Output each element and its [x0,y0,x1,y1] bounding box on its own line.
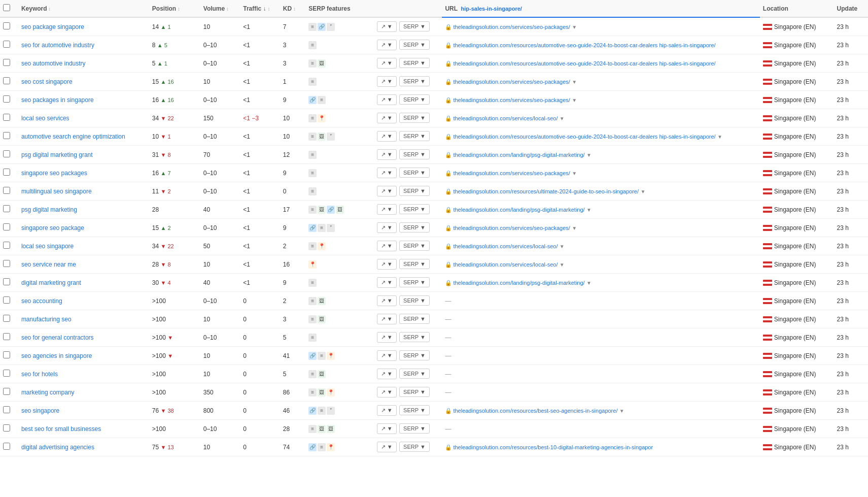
keyword-link[interactable]: seo singapore [21,407,59,414]
serp-button[interactable]: SERP ▼ [399,350,430,360]
keyword-column-header[interactable]: Keyword [18,0,149,17]
serp-button[interactable]: SERP ▼ [399,222,430,233]
url-link[interactable]: theleadingsolution.com/resources/automot… [453,42,715,48]
row-checkbox[interactable] [3,169,10,176]
url-dropdown-icon[interactable]: ▼ [640,189,645,194]
url-dropdown-icon[interactable]: ▼ [586,280,592,286]
chart-button[interactable]: ↗ ▼ [377,314,397,324]
row-checkbox[interactable] [3,370,10,377]
url-link[interactable]: theleadingsolution.com/services/seo-pack… [453,24,570,30]
serp-button[interactable]: SERP ▼ [399,204,430,214]
serp-button[interactable]: SERP ▼ [399,131,430,141]
serp-button[interactable]: SERP ▼ [399,314,430,324]
url-link[interactable]: theleadingsolution.com/services/seo-pack… [453,79,570,85]
url-link[interactable]: theleadingsolution.com/resources/best-se… [453,408,617,414]
keyword-link[interactable]: manufacturing seo [21,316,72,323]
chart-button[interactable]: ↗ ▼ [377,113,397,123]
chart-button[interactable]: ↗ ▼ [377,204,397,215]
kd-column-header[interactable]: KD [280,0,305,17]
url-dropdown-icon[interactable]: ▼ [560,262,565,268]
chart-button[interactable]: ↗ ▼ [377,332,397,343]
serp-button[interactable]: SERP ▼ [399,21,430,31]
keyword-link[interactable]: singapore seo packages [21,170,87,177]
chart-button[interactable]: ↗ ▼ [377,350,397,361]
chart-button[interactable]: ↗ ▼ [377,241,397,251]
keyword-link[interactable]: marketing company [21,389,75,396]
select-all-checkbox[interactable] [3,4,10,11]
chart-button[interactable]: ↗ ▼ [377,423,397,434]
chart-button[interactable]: ↗ ▼ [377,168,397,178]
row-checkbox[interactable] [3,278,10,285]
row-checkbox[interactable] [3,388,10,395]
url-link[interactable]: theleadingsolution.com/resources/automot… [453,60,715,67]
keyword-link[interactable]: best seo for small businesses [21,425,101,433]
url-link[interactable]: theleadingsolution.com/services/seo-pack… [453,170,570,176]
url-dropdown-icon[interactable]: ▼ [572,171,577,176]
url-link[interactable]: theleadingsolution.com/services/local-se… [453,261,558,268]
row-checkbox[interactable] [3,296,10,304]
serp-button[interactable]: SERP ▼ [399,387,430,397]
serp-button[interactable]: SERP ▼ [399,40,430,50]
row-checkbox[interactable] [3,41,10,48]
url-link[interactable]: theleadingsolution.com/resources/automot… [453,134,715,140]
url-dropdown-icon[interactable]: ▼ [560,244,565,249]
url-header-highlight[interactable]: hip-sales-in-singapore/ [461,6,522,12]
keyword-link[interactable]: digital advertising agencies [21,444,94,451]
keyword-link[interactable]: psg digital marketing grant [21,151,93,158]
serp-button[interactable]: SERP ▼ [399,259,430,269]
row-checkbox[interactable] [3,205,10,212]
url-link[interactable]: theleadingsolution.com/landing/psg-digit… [453,207,584,213]
url-link[interactable]: theleadingsolution.com/services/seo-pack… [453,97,570,103]
keyword-link[interactable]: local seo services [21,115,70,122]
keyword-link[interactable]: seo agencies in singapore [21,352,92,359]
serp-button[interactable]: SERP ▼ [399,149,430,159]
chart-button[interactable]: ↗ ▼ [377,21,397,32]
chart-button[interactable]: ↗ ▼ [377,369,397,379]
chart-button[interactable]: ↗ ▼ [377,186,397,196]
serp-button[interactable]: SERP ▼ [399,277,430,287]
keyword-link[interactable]: seo accounting [21,297,62,305]
chart-button[interactable]: ↗ ▼ [377,94,397,105]
url-dropdown-icon[interactable]: ▼ [586,152,592,158]
url-dropdown-icon[interactable]: ▼ [560,116,565,121]
row-checkbox[interactable] [3,443,10,450]
url-link[interactable]: theleadingsolution.com/landing/psg-digit… [453,152,584,158]
chart-button[interactable]: ↗ ▼ [377,277,397,288]
url-link[interactable]: theleadingsolution.com/services/local-se… [453,115,558,121]
url-dropdown-icon[interactable]: ▼ [717,134,722,140]
keyword-link[interactable]: automotive search engine optimization [21,133,125,140]
url-dropdown-icon[interactable]: ▼ [586,207,592,213]
keyword-link[interactable]: seo packages in singapore [21,96,94,104]
serp-button[interactable]: SERP ▼ [399,113,430,123]
keyword-link[interactable]: digital marketing grant [21,279,81,286]
chart-button[interactable]: ↗ ▼ [377,149,397,160]
serp-button[interactable]: SERP ▼ [399,94,430,105]
keyword-link[interactable]: seo service near me [21,261,76,268]
serp-button[interactable]: SERP ▼ [399,241,430,251]
url-link[interactable]: theleadingsolution.com/resources/best-10… [453,444,653,450]
serp-button[interactable]: SERP ▼ [399,295,430,306]
chart-button[interactable]: ↗ ▼ [377,405,397,416]
serp-button[interactable]: SERP ▼ [399,423,430,434]
chart-button[interactable]: ↗ ▼ [377,40,397,50]
keyword-link[interactable]: singapore seo package [21,224,84,231]
row-checkbox[interactable] [3,150,10,157]
keyword-link[interactable]: local seo singapore [21,243,74,250]
volume-column-header[interactable]: Volume [200,0,240,17]
row-checkbox[interactable] [3,132,10,139]
row-checkbox[interactable] [3,406,10,413]
row-checkbox[interactable] [3,22,10,29]
row-checkbox[interactable] [3,77,10,84]
chart-button[interactable]: ↗ ▼ [377,131,397,142]
url-dropdown-icon[interactable]: ▼ [572,97,577,103]
url-link[interactable]: theleadingsolution.com/landing/psg-digit… [453,280,584,286]
serp-button[interactable]: SERP ▼ [399,186,430,196]
row-checkbox[interactable] [3,223,10,230]
traffic-column-header[interactable]: Traffic ↓ [240,0,280,17]
keyword-link[interactable]: psg digital marketing [21,206,77,213]
row-checkbox[interactable] [3,59,10,66]
row-checkbox[interactable] [3,114,10,121]
keyword-link[interactable]: seo cost singapore [21,78,73,85]
serp-button[interactable]: SERP ▼ [399,369,430,379]
chart-button[interactable]: ↗ ▼ [377,76,397,87]
